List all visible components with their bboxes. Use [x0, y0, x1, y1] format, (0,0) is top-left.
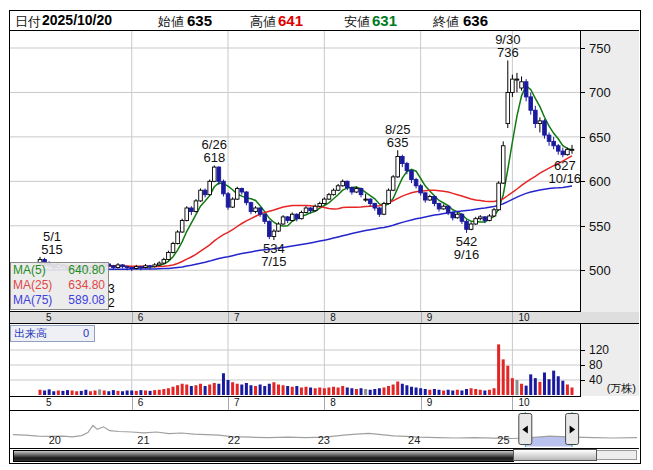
y-axis-tick [581, 181, 585, 182]
month-tick [421, 312, 422, 323]
month-label: 5 [46, 312, 52, 323]
chart-annotation: 6/26618 [202, 137, 227, 165]
high-label: 高値 [250, 13, 276, 31]
y-axis-tick [581, 226, 585, 227]
ma25-label: MA(25) [13, 278, 52, 293]
volume-legend-box: 出来高 0 [10, 325, 95, 342]
volume-axis-label: 80 [589, 358, 602, 372]
month-axis-strip-top: 5678910 [10, 312, 639, 324]
chart-annotation: 9/30736 [495, 32, 520, 60]
month-tick [228, 397, 229, 410]
volume-label: 出来高 [14, 326, 47, 341]
month-tick [132, 312, 133, 323]
chart-annotation: 5/1515 [41, 229, 63, 257]
date-value: 2025/10/20 [42, 12, 112, 28]
y-axis-label: 500 [589, 263, 611, 278]
month-label: 6 [138, 312, 144, 323]
year-label: 25 [497, 434, 509, 446]
month-tick [132, 397, 133, 410]
ma5-row: MA(5) 640.80 [11, 263, 108, 278]
open-value: 635 [187, 12, 212, 29]
low-value: 631 [372, 12, 397, 29]
volume-value: 0 [83, 326, 89, 341]
month-label: 6 [138, 397, 144, 408]
svg-text:635: 635 [387, 135, 409, 150]
month-label: 7 [234, 397, 240, 408]
svg-text:515: 515 [41, 242, 63, 257]
open-label: 始値 [158, 13, 184, 31]
ma75-row: MA(75) 589.08 [11, 293, 108, 308]
svg-text:618: 618 [203, 150, 225, 165]
month-tick [228, 312, 229, 323]
volume-unit-label: (万株) [607, 381, 636, 396]
volume-axis-label: 40 [589, 373, 602, 387]
year-label: 21 [137, 434, 149, 446]
ma25-value: 634.80 [68, 278, 105, 293]
year-label: 20 [49, 434, 61, 446]
y-axis-tick [581, 48, 585, 49]
y-axis-tick [581, 270, 585, 271]
price-y-axis: 750700650600550500 [581, 31, 639, 312]
close-value: 636 [463, 12, 488, 29]
month-label: 9 [427, 397, 433, 408]
y-axis-label: 750 [589, 41, 611, 56]
scrollbar-thumb[interactable] [513, 449, 597, 461]
ma75-line [40, 186, 572, 270]
y-axis-tick [581, 92, 585, 93]
navigator-right-handle[interactable] [566, 414, 579, 445]
volume-chart-canvas[interactable] [10, 324, 581, 397]
ma5-value: 640.80 [68, 263, 105, 278]
ma75-value: 589.08 [68, 293, 105, 308]
chart-annotation: 5347/15 [261, 241, 286, 269]
svg-text:10/16: 10/16 [549, 171, 580, 186]
month-label: 10 [518, 312, 529, 323]
chart-annotation: 62710/16 [549, 158, 580, 186]
navigator-left-handle[interactable] [519, 414, 532, 445]
month-tick [324, 312, 325, 323]
navigator-svg: 202122232425 [10, 411, 639, 448]
y-axis-label: 550 [589, 219, 611, 234]
year-label: 23 [318, 434, 330, 446]
date-label: 日付 [15, 13, 41, 31]
ma5-label: MA(5) [13, 263, 46, 278]
month-label: 9 [427, 312, 433, 323]
volume-axis-label: 120 [589, 343, 609, 357]
info-bar: 日付 2025/10/20 始値 635 高値 641 安値 631 終値 63… [10, 11, 639, 31]
year-label: 24 [408, 434, 420, 446]
volume-axis-tick [581, 350, 585, 351]
volume-bars-group [39, 344, 574, 395]
month-tick [421, 397, 422, 410]
volume-axis-tick [581, 380, 585, 381]
volume-chart-svg [10, 324, 580, 396]
month-label: 10 [518, 397, 529, 408]
scrollbar-track[interactable] [13, 450, 514, 462]
y-axis-label: 600 [589, 174, 611, 189]
scrollbar-track-rest[interactable] [597, 450, 637, 460]
range-navigator[interactable]: 202122232425 [10, 411, 639, 449]
month-tick [512, 397, 513, 410]
stock-chart-window: 日付 2025/10/20 始値 635 高値 641 安値 631 終値 63… [0, 0, 653, 470]
ma25-row: MA(25) 634.80 [11, 278, 108, 293]
close-label: 終値 [433, 13, 459, 31]
high-value: 641 [278, 12, 303, 29]
year-label: 22 [228, 434, 240, 446]
month-label: 8 [330, 312, 336, 323]
ma5-line [40, 86, 572, 268]
ma75-label: MA(75) [13, 293, 52, 308]
svg-text:7/15: 7/15 [261, 254, 286, 269]
volume-y-axis: (万株) 1208040 [581, 324, 639, 396]
month-label: 8 [330, 397, 336, 408]
obscured-text: 3 [108, 282, 115, 296]
y-axis-tick [581, 137, 585, 138]
y-axis-label: 650 [589, 130, 611, 145]
chart-annotation: 8/25635 [385, 122, 410, 150]
month-tick [324, 397, 325, 410]
month-label: 7 [234, 312, 240, 323]
month-label: 5 [46, 397, 52, 408]
svg-text:9/16: 9/16 [454, 247, 479, 262]
y-axis-label: 700 [589, 85, 611, 100]
svg-text:736: 736 [497, 45, 519, 60]
obscured-text: 2 [108, 296, 115, 310]
chart-annotation: 5429/16 [454, 234, 479, 262]
volume-axis-tick [581, 365, 585, 366]
